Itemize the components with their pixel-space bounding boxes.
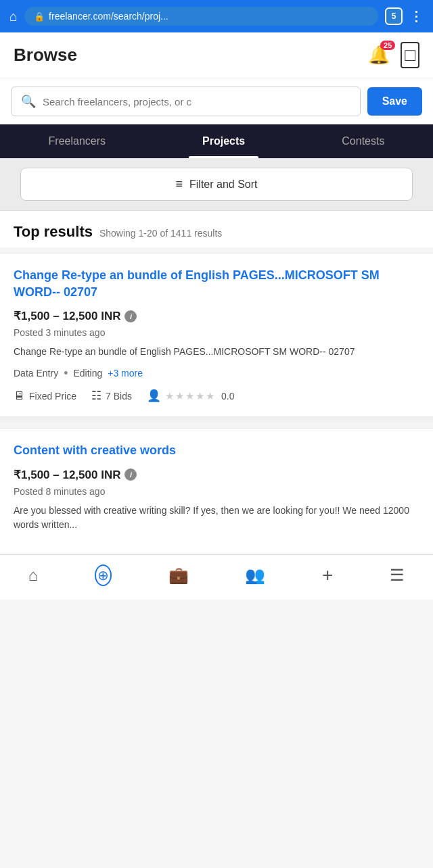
bottom-nav-menu[interactable]: ☰ — [382, 563, 413, 587]
search-input-wrapper[interactable]: 🔍 — [11, 87, 361, 116]
bottom-nav-post[interactable]: + — [314, 562, 341, 589]
filter-icon: ≡ — [176, 177, 183, 191]
tab-projects[interactable]: Projects — [189, 124, 258, 158]
price-info-icon-1[interactable]: i — [124, 310, 137, 322]
browser-home-icon[interactable]: ⌂ — [9, 9, 18, 24]
filter-label: Filter and Sort — [189, 178, 257, 191]
star-5: ★ — [206, 390, 214, 402]
more-skills-link-1[interactable]: +3 more — [108, 368, 143, 379]
browser-url-bar[interactable]: 🔒 freelancer.com/search/proj... — [24, 7, 378, 26]
results-count: Showing 1-20 of 1411 results — [99, 228, 222, 239]
skill-separator: • — [64, 367, 68, 379]
project-meta-1: 🖥 Fixed Price ☷ 7 Bids 👤 ★ ★ ★ ★ ★ 0.0 — [14, 389, 419, 403]
fixed-price-icon: 🖥 — [14, 389, 25, 403]
explore-nav-icon: ⊕ — [95, 564, 112, 586]
bottom-nav: ⌂ ⊕ 💼 👥 + ☰ — [0, 554, 433, 600]
filter-section: ≡ Filter and Sort — [0, 158, 433, 211]
star-4: ★ — [196, 390, 204, 402]
bottom-nav-home[interactable]: ⌂ — [20, 563, 47, 587]
post-nav-icon: + — [322, 564, 333, 586]
project-price-1: ₹1,500 – 12,500 INR i — [14, 309, 419, 323]
results-title: Top results — [14, 223, 93, 241]
page-title: Browse — [14, 45, 77, 66]
community-nav-icon: 👥 — [245, 566, 265, 585]
project-type-1: 🖥 Fixed Price — [14, 389, 76, 403]
notification-badge: 25 — [380, 41, 395, 50]
bottom-nav-explore[interactable]: ⊕ — [87, 562, 120, 589]
project-description-1: Change Re-type an bundle of English PAGE… — [14, 345, 419, 359]
project-skills-1: Data Entry • Editing +3 more — [14, 367, 419, 379]
price-info-icon-2[interactable]: i — [124, 468, 137, 481]
project-title-1[interactable]: Change Re-type an bundle of English PAGE… — [14, 267, 419, 301]
app-header: Browse 🔔 25 □ — [0, 32, 433, 78]
browser-more-icon[interactable]: ⋮ — [409, 8, 424, 24]
results-header: Top results Showing 1-20 of 1411 results — [0, 211, 433, 247]
star-1: ★ — [165, 390, 174, 402]
lock-icon: 🔒 — [34, 11, 45, 22]
star-rating-1: ★ ★ ★ ★ ★ — [165, 390, 214, 402]
menu-nav-icon: ☰ — [390, 566, 405, 585]
home-nav-icon: ⌂ — [28, 566, 39, 585]
star-3: ★ — [185, 390, 194, 402]
nav-tabs: Freelancers Projects Contests — [0, 124, 433, 158]
skill-editing[interactable]: Editing — [73, 368, 102, 379]
bottom-nav-community[interactable]: 👥 — [237, 563, 273, 587]
tab-freelancers[interactable]: Freelancers — [35, 124, 119, 158]
star-2: ★ — [175, 390, 184, 402]
search-icon: 🔍 — [21, 94, 36, 109]
project-posted-1: Posted 3 minutes ago — [14, 327, 419, 338]
search-bar-section: 🔍 Save — [0, 78, 433, 124]
tab-contests[interactable]: Contests — [328, 124, 398, 158]
project-rating-1: 👤 ★ ★ ★ ★ ★ 0.0 — [147, 389, 234, 403]
bids-icon: ☷ — [91, 389, 101, 403]
person-icon: 👤 — [147, 389, 161, 403]
header-icons: 🔔 25 □ — [368, 42, 419, 68]
project-bids-1: ☷ 7 Bids — [91, 389, 132, 403]
project-posted-2: Posted 8 minutes ago — [14, 486, 419, 497]
card-divider — [0, 417, 433, 423]
project-title-2[interactable]: Content with creative words — [14, 442, 419, 459]
browser-chrome: ⌂ 🔒 freelancer.com/search/proj... 5 ⋮ — [0, 0, 433, 32]
project-description-2: Are you blessed with creative writing sk… — [14, 504, 419, 532]
project-price-2: ₹1,500 – 12,500 INR i — [14, 468, 419, 482]
notification-bell-wrapper[interactable]: 🔔 25 — [368, 45, 390, 66]
rating-value-1: 0.0 — [221, 391, 234, 402]
skill-data-entry[interactable]: Data Entry — [14, 368, 58, 379]
browser-url-text: freelancer.com/search/proj... — [49, 11, 369, 22]
browser-tab-badge[interactable]: 5 — [385, 7, 403, 25]
chat-icon[interactable]: □ — [401, 42, 419, 68]
project-card-1: Change Re-type an bundle of English PAGE… — [0, 253, 433, 417]
search-input[interactable] — [43, 96, 350, 107]
save-button[interactable]: Save — [367, 87, 422, 116]
project-bids-label-1: 7 Bids — [106, 391, 132, 402]
filter-sort-button[interactable]: ≡ Filter and Sort — [20, 168, 413, 201]
project-card-2: Content with creative words ₹1,500 – 12,… — [0, 428, 433, 554]
bottom-nav-jobs[interactable]: 💼 — [160, 563, 197, 587]
project-type-label-1: Fixed Price — [29, 391, 76, 402]
jobs-nav-icon: 💼 — [168, 566, 189, 585]
